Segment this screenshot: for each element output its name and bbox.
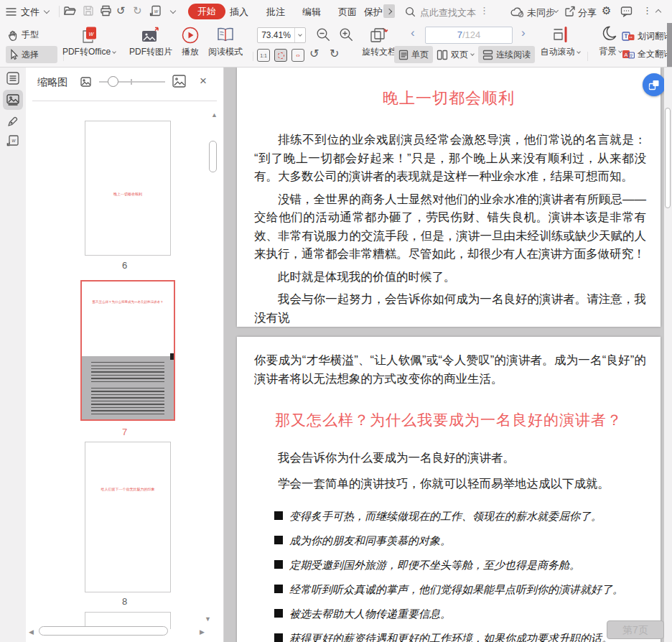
tab-home[interactable]: 开始 — [188, 4, 225, 19]
undo-icon[interactable]: ↺ — [116, 4, 126, 17]
file-menu[interactable]: 文件 — [21, 6, 39, 19]
cursor-icon — [9, 49, 19, 60]
main-vscrollbar-thumb[interactable] — [665, 108, 671, 208]
zoom-level-input[interactable]: 73.41% — [257, 27, 306, 43]
page-indicator-badge: 第7页 — [607, 620, 664, 639]
thumbnail-page-6[interactable]: 晚上一切都会顺利 — [85, 121, 171, 256]
tab-protect[interactable]: 保护 — [364, 6, 383, 19]
bullet-square-icon — [274, 585, 283, 593]
export-chevron-icon[interactable] — [170, 8, 176, 14]
tab-comment[interactable]: 批注 — [266, 6, 285, 19]
read-mode-button[interactable]: 阅读模式 — [204, 26, 247, 58]
sidebar-vscrollbar-thumb[interactable] — [209, 141, 217, 172]
collapse-ribbon-icon[interactable] — [655, 9, 661, 15]
tabs-overflow-button[interactable] — [383, 4, 395, 18]
close-panel-icon[interactable]: × — [200, 74, 207, 88]
fit-width-button[interactable]: ‹› — [291, 49, 304, 62]
title-menu-bar: 文件 ↺ ↻ w 开始 插入 批注 编辑 页面 保护 点此查找文本 ⋮ — [0, 0, 672, 23]
doc-paragraph: 此时就是体现我的价值的时候了。 — [254, 268, 646, 287]
hamburger-menu-icon[interactable] — [6, 6, 17, 19]
search-input[interactable]: 点此查找文本 — [420, 6, 476, 19]
doc-bullet-item: 变得炙手可热，而继续做现在的工作、领现在的薪水就委屈你了。 — [274, 509, 646, 524]
annotation-pen-icon[interactable] — [6, 115, 19, 131]
document-view: 晚上一切都会顺利 排练不到位的业余戏剧演员经常会激怒导演，他们常说的名言就是：“… — [224, 68, 672, 642]
play-button[interactable]: 播放 — [175, 26, 205, 58]
dropdown-chevron-icon — [577, 50, 581, 54]
single-page-button[interactable]: 单页 — [394, 46, 433, 63]
scroll-left-icon[interactable]: ◀ — [29, 629, 34, 636]
total-pages: /124 — [462, 29, 480, 40]
rotate-left-icon[interactable]: ↺ — [309, 47, 319, 60]
actual-size-button[interactable]: 1:1 — [257, 49, 270, 62]
play-icon — [181, 26, 200, 45]
export-panel-icon[interactable]: w — [6, 134, 19, 150]
tab-edit[interactable]: 编辑 — [302, 6, 321, 19]
export-convert-icon[interactable]: w — [149, 5, 162, 19]
more-menu-icon[interactable]: ⋮ — [643, 5, 652, 16]
svg-text:w: w — [89, 30, 94, 37]
doc-paragraph: 没错，全世界的商务人士显然对他们的业余水准的演讲者有所顾忌——交给他们的活动通常… — [254, 190, 646, 264]
settings-gear-icon[interactable]: ⚙ — [602, 4, 611, 17]
fit-page-button[interactable] — [274, 49, 287, 62]
navigation-rail: w — [0, 68, 26, 642]
print-icon[interactable] — [100, 5, 112, 19]
thumbnail-page-number-active: 7 — [26, 427, 223, 437]
zoom-out-icon[interactable] — [316, 27, 331, 45]
share-label[interactable]: 分享 — [578, 6, 597, 19]
save-icon[interactable] — [83, 5, 94, 19]
hand-tool-button[interactable]: 手型 — [7, 29, 39, 41]
bullet-square-icon — [274, 633, 283, 642]
slider-knob[interactable] — [108, 76, 118, 87]
zoom-in-icon[interactable] — [339, 27, 354, 45]
auto-scroll-button[interactable]: 自动滚动 — [537, 24, 583, 58]
rotate-right-icon[interactable]: ↻ — [330, 47, 339, 60]
document-page-7[interactable]: 你要成为“才华横溢”、“让人钦佩”或“令人赞叹”的演讲者。成为一名“良好”的演讲… — [237, 337, 661, 642]
full-translate-button[interactable]: A 文 全文翻译 — [622, 48, 672, 60]
svg-text:w: w — [154, 9, 159, 14]
thumbnail-page-7-selected[interactable]: 那又怎么样？为什么我要成为一名良好的演讲者？ — [80, 280, 175, 421]
right-panel-edge[interactable] — [667, 23, 672, 67]
thumbnail-text-lines — [91, 388, 164, 417]
redo-icon[interactable]: ↻ — [133, 4, 142, 17]
thumbnail-page-8[interactable]: 给人们留下一个你无比魅力的印象 — [85, 442, 171, 592]
document-page-6[interactable]: 晚上一切都会顺利 排练不到位的业余戏剧演员经常会激怒导演，他们常说的名言就是：“… — [237, 68, 661, 327]
tab-insert[interactable]: 插入 — [230, 6, 248, 19]
sync-status[interactable]: 未同步 — [527, 6, 555, 19]
double-page-button[interactable]: 双页 — [435, 46, 475, 63]
doc-bullet-item: 定期受邀到国外旅游，即便不坐头等舱，至少也得是商务舱。 — [274, 558, 646, 572]
scroll-right-icon[interactable]: ▶ — [200, 629, 205, 636]
pdf-to-image-button[interactable]: PDF转图片 — [123, 26, 178, 58]
scroll-down-icon[interactable]: ▼ — [205, 616, 211, 623]
pdf-to-office-button[interactable]: w PDF转Office — [60, 26, 118, 58]
continuous-read-button[interactable]: 连续阅读 — [478, 46, 535, 63]
tab-page[interactable]: 页面 — [338, 6, 357, 19]
outline-panel-icon[interactable] — [6, 72, 19, 88]
next-page-icon[interactable]: › — [521, 26, 526, 40]
slider-midpoint-tick — [131, 79, 132, 85]
fit-width-icon: ‹› — [296, 52, 299, 59]
scroll-up-icon[interactable]: ▲ — [211, 112, 218, 118]
search-more-icon[interactable]: ⋮ — [480, 5, 489, 16]
thumbnail-size-slider[interactable] — [99, 81, 165, 83]
select-tool-button[interactable]: 选择 — [6, 46, 57, 63]
sidebar-hscrollbar-thumb[interactable] — [39, 626, 168, 636]
zoom-dropdown-chevron-icon[interactable] — [294, 28, 305, 42]
open-file-icon[interactable] — [63, 5, 76, 19]
word-translate-button[interactable]: 划词翻译 — [622, 30, 672, 42]
share-icon[interactable] — [564, 6, 576, 20]
prev-page-icon[interactable]: ‹ — [411, 26, 415, 40]
floating-convert-button[interactable] — [643, 73, 666, 96]
thumbnail-larger-icon[interactable] — [172, 75, 186, 90]
thumbnail-smaller-icon[interactable] — [80, 77, 91, 90]
page-number-input[interactable]: 7/124 — [425, 27, 513, 44]
hand-icon — [7, 29, 19, 41]
current-page: 7 — [457, 29, 462, 40]
doc-paragraph: 你要成为“才华横溢”、“让人钦佩”或“令人赞叹”的演讲者。成为一名“良好”的演讲… — [254, 351, 646, 388]
feedback-comment-icon[interactable] — [620, 6, 633, 20]
cloud-sync-icon[interactable] — [510, 6, 524, 20]
file-menu-chevron-icon[interactable] — [44, 8, 50, 14]
divider — [587, 52, 588, 61]
thumbnail-panel-icon[interactable] — [3, 90, 23, 110]
search-icon[interactable] — [405, 6, 416, 20]
main-vscrollbar-track[interactable] — [664, 68, 672, 642]
